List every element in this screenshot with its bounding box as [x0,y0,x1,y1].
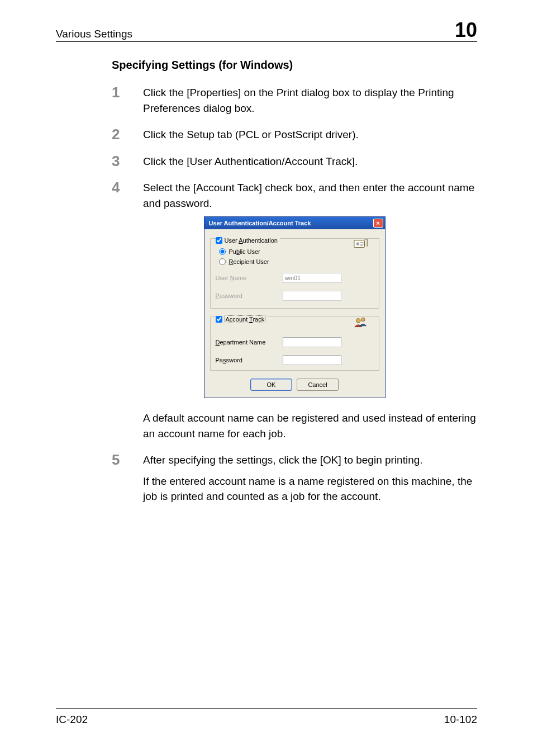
department-name-field[interactable] [283,337,341,347]
userauth-password-field[interactable] [283,291,341,301]
accounttrack-password-field[interactable] [283,355,341,365]
step-4: 4 Select the [Account Tack] check box, a… [112,180,477,211]
user-card-icon [353,237,369,254]
step-3: 3 Click the [User Authentication/Account… [112,154,477,169]
public-user-radio[interactable] [219,248,226,255]
svg-point-1 [356,243,359,246]
group-users-icon [353,315,369,332]
department-name-label: Department Name [216,339,283,346]
step-number: 4 [112,180,143,195]
section-heading: Specifying Settings (for Windows) [112,59,477,72]
step-text: After specifying the settings, click the… [143,452,477,468]
recipient-user-radio[interactable] [219,258,226,265]
svg-point-6 [361,318,365,322]
accounttrack-password-label: Password [216,357,283,363]
step-number: 3 [112,154,143,168]
userauth-password-label: Password [216,292,283,299]
svg-rect-3 [360,244,364,244]
step-2: 2 Click the Setup tab (PCL or PostScript… [112,127,477,143]
account-track-checkbox[interactable] [216,316,222,323]
svg-rect-2 [360,243,364,243]
svg-point-5 [356,319,360,323]
step-text: Click the [Properties] on the Print dial… [143,85,477,116]
account-track-label: Account Track [225,315,266,323]
step-text: Click the [User Authentication/Account T… [143,154,477,169]
footer-left: IC-202 [56,714,88,726]
user-auth-dialog: User Authentication/Account Track × User… [204,216,386,398]
step-text: Click the Setup tab (PCL or PostScript d… [143,127,477,143]
user-authentication-label: User Authentication [225,237,278,244]
page-header-chapter: 10 [455,20,477,40]
username-field[interactable] [283,273,341,283]
step-4-note: A default account name can be registered… [143,410,477,441]
footer-right: 10-102 [444,714,477,726]
dialog-title: User Authentication/Account Track [209,220,311,226]
svg-rect-4 [360,245,363,246]
step-number: 2 [112,127,143,141]
dialog-titlebar: User Authentication/Account Track × [204,217,385,229]
username-label: User Name [216,275,283,281]
step-text: Select the [Account Tack] check box, and… [143,180,477,211]
page-header-title: Various Settings [56,28,132,40]
close-icon[interactable]: × [373,219,383,228]
recipient-user-label: Recipient User [229,258,269,265]
step-5: 5 After specifying the settings, click t… [112,452,477,504]
step-number: 1 [112,85,143,100]
ok-button[interactable]: OK [250,379,292,391]
step-text: If the entered account name is a name re… [143,474,477,504]
user-authentication-checkbox[interactable] [216,237,222,244]
step-number: 5 [112,452,143,467]
step-1: 1 Click the [Properties] on the Print di… [112,85,477,116]
public-user-label: Public User [229,248,260,255]
cancel-button[interactable]: Cancel [297,379,339,391]
